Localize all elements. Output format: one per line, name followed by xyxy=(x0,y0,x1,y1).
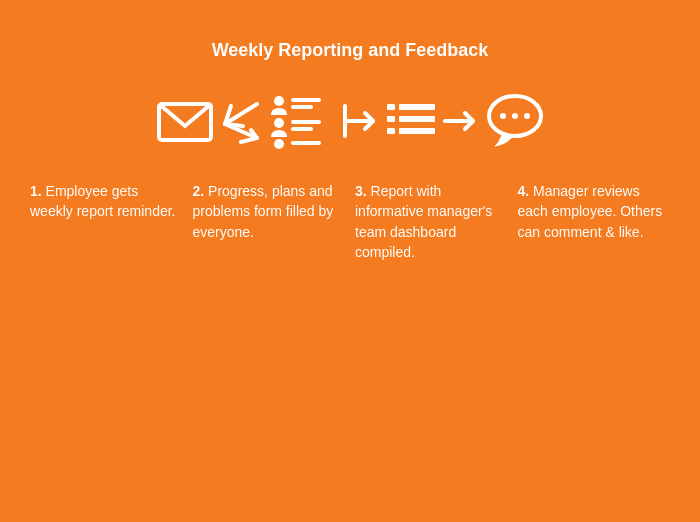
step-2-content: Progress, plans and problems form filled… xyxy=(193,183,334,240)
step-1-text: 1. Employee gets weekly report reminder. xyxy=(30,181,183,262)
svg-point-4 xyxy=(274,118,284,128)
svg-rect-14 xyxy=(399,104,435,110)
svg-rect-16 xyxy=(399,116,435,122)
svg-rect-7 xyxy=(291,105,313,109)
step-4-content: Manager reviews each employee. Others ca… xyxy=(518,183,663,240)
step-4-text: 4. Manager reviews each employee. Others… xyxy=(518,181,671,262)
svg-point-23 xyxy=(524,113,530,119)
svg-point-22 xyxy=(512,113,518,119)
arrow-to-report-icon xyxy=(337,96,381,146)
step-3-number: 3. xyxy=(355,183,367,199)
svg-rect-18 xyxy=(399,128,435,134)
svg-rect-15 xyxy=(387,116,395,122)
svg-point-3 xyxy=(274,96,284,106)
page-title: Weekly Reporting and Feedback xyxy=(212,40,489,61)
report-list-icon xyxy=(381,96,441,146)
svg-rect-9 xyxy=(291,127,313,131)
svg-rect-17 xyxy=(387,128,395,134)
step-4-number: 4. xyxy=(518,183,530,199)
svg-rect-10 xyxy=(291,141,321,145)
step-1-number: 1. xyxy=(30,183,42,199)
arrow-left-icon xyxy=(215,96,267,146)
envelope-icon xyxy=(155,96,215,146)
step-1-content: Employee gets weekly report reminder. xyxy=(30,183,176,219)
svg-rect-8 xyxy=(291,120,321,124)
step-2-number: 2. xyxy=(193,183,205,199)
step-3-text: 3. Report with informative manager's tea… xyxy=(355,181,508,262)
step-2-text: 2. Progress, plans and problems form fil… xyxy=(193,181,346,262)
svg-point-21 xyxy=(500,113,506,119)
people-list-icon xyxy=(267,91,337,151)
arrow-to-chat-icon xyxy=(441,96,485,146)
chat-icon xyxy=(485,94,545,149)
svg-rect-13 xyxy=(387,104,395,110)
diagram-row xyxy=(30,91,670,151)
steps-text-row: 1. Employee gets weekly report reminder.… xyxy=(30,181,670,262)
step-3-content: Report with informative manager's team d… xyxy=(355,183,492,260)
svg-rect-6 xyxy=(291,98,321,102)
svg-point-5 xyxy=(274,139,284,149)
